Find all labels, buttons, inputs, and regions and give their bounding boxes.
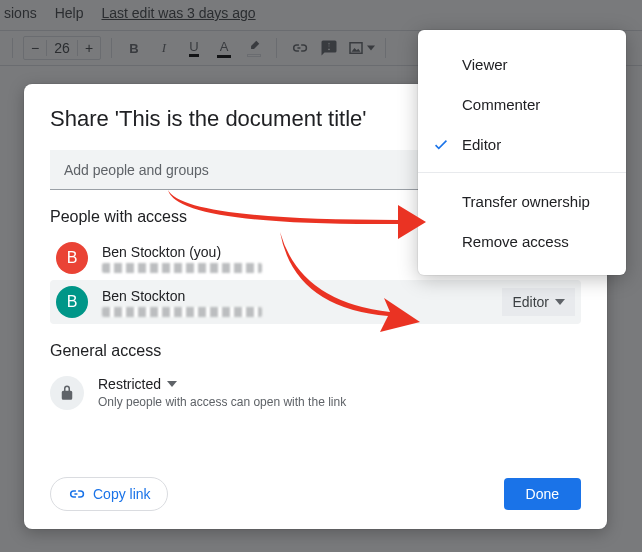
person-row[interactable]: B Ben Stockton Editor <box>50 280 581 324</box>
input-placeholder: Add people and groups <box>64 162 209 178</box>
role-menu: Viewer Commenter Editor Transfer ownersh… <box>418 30 626 275</box>
menu-item-remove-access[interactable]: Remove access <box>418 221 626 261</box>
general-access-row[interactable]: Restricted Only people with access can o… <box>50 376 581 410</box>
role-label: Editor <box>512 294 549 310</box>
chevron-down-icon <box>167 381 177 387</box>
person-email-redacted <box>102 263 262 273</box>
done-button[interactable]: Done <box>504 478 581 510</box>
menu-item-commenter[interactable]: Commenter <box>418 84 626 124</box>
avatar: B <box>56 286 88 318</box>
check-icon <box>432 135 450 153</box>
restricted-label: Restricted <box>98 376 161 392</box>
chevron-down-icon <box>555 299 565 305</box>
person-email-redacted <box>102 307 262 317</box>
role-dropdown[interactable]: Editor <box>502 288 575 316</box>
menu-item-transfer-ownership[interactable]: Transfer ownership <box>418 181 626 221</box>
copy-link-label: Copy link <box>93 486 151 502</box>
general-access-label: General access <box>50 342 581 360</box>
copy-link-button[interactable]: Copy link <box>50 477 168 511</box>
menu-item-editor[interactable]: Editor <box>418 124 626 164</box>
menu-separator <box>418 172 626 173</box>
menu-item-viewer[interactable]: Viewer <box>418 44 626 84</box>
link-icon <box>67 485 85 503</box>
person-name: Ben Stockton <box>102 288 488 304</box>
lock-icon <box>50 376 84 410</box>
restricted-hint: Only people with access can open with th… <box>98 395 346 409</box>
avatar: B <box>56 242 88 274</box>
done-label: Done <box>526 486 559 502</box>
